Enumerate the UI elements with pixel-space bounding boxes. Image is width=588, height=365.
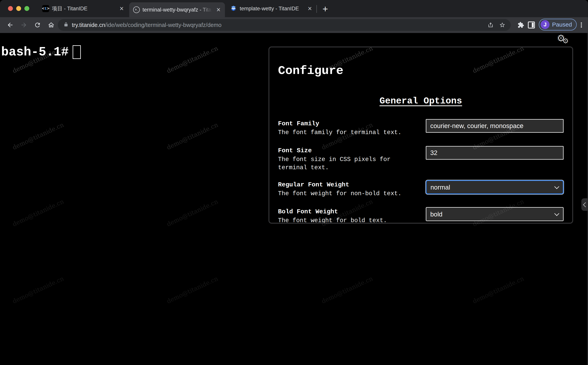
watermark-text: demo@titanide.cn (11, 121, 65, 151)
field-label: Regular Font Weight (278, 181, 411, 189)
zoom-window-button[interactable] (24, 6, 29, 11)
setting-row-regular-font-weight: Regular Font Weight The font weight for … (278, 181, 564, 198)
star-icon (499, 22, 505, 28)
share-button[interactable] (486, 21, 495, 29)
home-icon (48, 21, 55, 28)
back-arrow-icon (7, 21, 14, 28)
bookmark-button[interactable] (498, 21, 507, 29)
side-panel-icon (528, 21, 535, 28)
tab-terminal-wetty[interactable]: >_ terminal-wetty-bwqryafz - Tita × (129, 2, 225, 17)
watermark-text: demo@titanide.cn (471, 275, 525, 305)
terminal-prompt: bash-5.1# (1, 45, 69, 59)
avatar: J (540, 20, 550, 29)
field-label: Bold Font Weight (278, 208, 411, 216)
profile-chip[interactable]: J Paused (539, 19, 577, 30)
back-button[interactable] (5, 20, 15, 30)
svg-text:</>: </> (232, 6, 235, 8)
gear-small-icon: ⚙ (562, 37, 569, 44)
profile-status-label: Paused (552, 21, 572, 28)
close-tab-icon[interactable]: × (215, 6, 222, 14)
watermark-text: demo@titanide.cn (11, 198, 65, 228)
tab-template-wetty[interactable]: </> template-wetty - TitanIDE × (226, 0, 316, 17)
forward-button[interactable] (19, 20, 29, 30)
font-size-input[interactable] (426, 146, 564, 160)
new-tab-button[interactable]: + (320, 4, 331, 14)
forward-arrow-icon (20, 21, 27, 28)
field-description: The font weight for non-bold text. (278, 190, 411, 198)
url-path: /ide/web/coding/terminal-wetty-bwqryafz/… (105, 22, 221, 28)
collapse-panel-handle[interactable] (581, 198, 588, 211)
window-controls (8, 6, 29, 11)
terminal-prompt-line: bash-5.1# (1, 45, 81, 59)
url-host: try.titanide.cn (72, 22, 105, 28)
field-description: The font weight for bold text. (278, 217, 411, 224)
close-tab-icon[interactable]: × (118, 5, 125, 12)
template-layers-icon: </> (230, 5, 237, 12)
minimize-window-button[interactable] (16, 6, 21, 11)
section-heading: General Options (278, 96, 564, 106)
reload-button[interactable] (32, 20, 42, 30)
settings-button[interactable]: ⚙ ⚙ (557, 33, 574, 49)
terminal-page[interactable]: bash-5.1# ⚙ ⚙ Configure General Options … (0, 33, 588, 365)
side-panel-button[interactable] (528, 21, 535, 28)
font-family-input[interactable] (426, 119, 564, 133)
tab-divider (316, 5, 317, 13)
settings-rows: Font Family The font family for terminal… (278, 120, 564, 224)
watermark-text: demo@titanide.cn (166, 198, 219, 228)
lock-icon (63, 22, 69, 28)
tab-title: terminal-wetty-bwqryafz - Tita (142, 7, 212, 13)
browser-toolbar: try.titanide.cn/ide/web/coding/terminal-… (0, 17, 588, 33)
terminal-favicon-icon: >_ (133, 7, 140, 13)
address-bar[interactable]: try.titanide.cn/ide/web/coding/terminal-… (58, 19, 511, 31)
tab-title: template-wetty - TitanIDE (240, 6, 303, 12)
home-button[interactable] (46, 20, 56, 30)
tab-strip: <t> 项目 - TitanIDE × >_ terminal-wetty-bw… (0, 0, 588, 17)
regular-font-weight-select[interactable]: normal (426, 180, 564, 194)
field-description: The font family for terminal text. (278, 128, 411, 137)
setting-row-font-family: Font Family The font family for terminal… (278, 120, 564, 137)
share-icon (487, 22, 494, 28)
field-label: Font Family (278, 120, 411, 128)
close-window-button[interactable] (8, 6, 13, 11)
kebab-menu-icon (578, 22, 585, 28)
bold-font-weight-select[interactable]: bold (426, 207, 564, 221)
watermark-text: demo@titanide.cn (11, 275, 65, 305)
watermark-text: demo@titanide.cn (320, 275, 374, 305)
panel-title: Configure (278, 64, 564, 78)
chevron-left-icon (583, 202, 588, 207)
watermark-text: demo@titanide.cn (166, 121, 219, 151)
configure-panel: Configure General Options Font Family Th… (268, 46, 573, 224)
field-description: The font size in CSS pixels for terminal… (278, 155, 411, 172)
field-label: Font Size (278, 147, 411, 154)
setting-row-bold-font-weight: Bold Font Weight The font weight for bol… (278, 208, 564, 224)
browser-window: <t> 项目 - TitanIDE × >_ terminal-wetty-bw… (0, 0, 588, 365)
reload-icon (34, 21, 41, 28)
setting-row-font-size: Font Size The font size in CSS pixels fo… (278, 147, 564, 172)
titanide-favicon-icon: <t> (42, 5, 49, 12)
browser-menu-button[interactable] (576, 20, 587, 30)
close-tab-icon[interactable]: × (306, 5, 314, 12)
puzzle-icon (518, 22, 524, 28)
terminal-cursor (73, 45, 81, 59)
watermark-text: demo@titanide.cn (166, 275, 219, 305)
watermark-text: demo@titanide.cn (166, 44, 219, 74)
tab-titanide-project[interactable]: <t> 项目 - TitanIDE × (38, 0, 128, 17)
url-text: try.titanide.cn/ide/web/coding/terminal-… (72, 22, 222, 28)
extensions-button[interactable] (516, 20, 526, 30)
tab-title: 项目 - TitanIDE (52, 5, 115, 12)
